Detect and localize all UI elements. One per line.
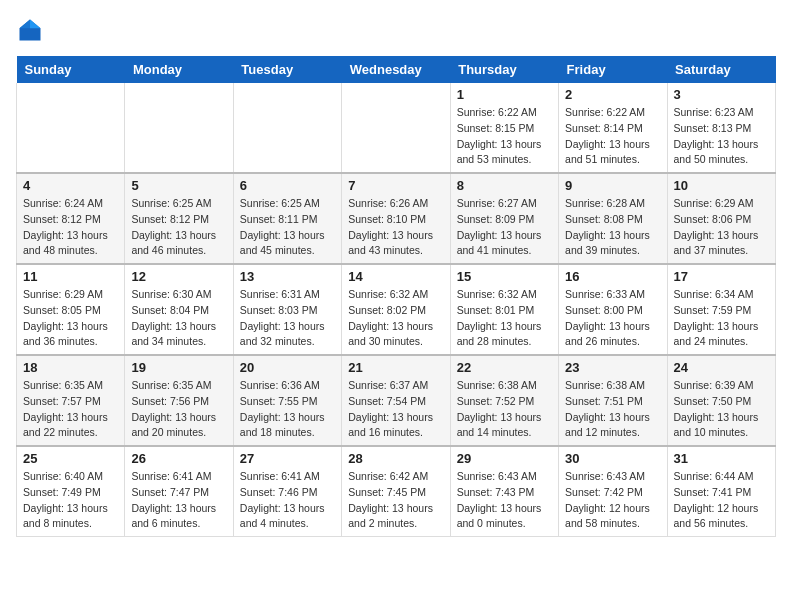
weekday-header-friday: Friday xyxy=(559,56,667,83)
day-number: 16 xyxy=(565,269,660,284)
day-cell: 22Sunrise: 6:38 AMSunset: 7:52 PMDayligh… xyxy=(450,355,558,446)
day-number: 28 xyxy=(348,451,443,466)
logo xyxy=(16,16,48,44)
day-info: Sunrise: 6:32 AMSunset: 8:01 PMDaylight:… xyxy=(457,287,552,350)
day-number: 21 xyxy=(348,360,443,375)
day-number: 20 xyxy=(240,360,335,375)
day-cell: 7Sunrise: 6:26 AMSunset: 8:10 PMDaylight… xyxy=(342,173,450,264)
day-number: 3 xyxy=(674,87,769,102)
day-cell xyxy=(17,83,125,173)
day-cell: 1Sunrise: 6:22 AMSunset: 8:15 PMDaylight… xyxy=(450,83,558,173)
day-cell: 6Sunrise: 6:25 AMSunset: 8:11 PMDaylight… xyxy=(233,173,341,264)
day-info: Sunrise: 6:34 AMSunset: 7:59 PMDaylight:… xyxy=(674,287,769,350)
weekday-header-saturday: Saturday xyxy=(667,56,775,83)
day-cell: 26Sunrise: 6:41 AMSunset: 7:47 PMDayligh… xyxy=(125,446,233,537)
day-info: Sunrise: 6:38 AMSunset: 7:51 PMDaylight:… xyxy=(565,378,660,441)
day-cell: 12Sunrise: 6:30 AMSunset: 8:04 PMDayligh… xyxy=(125,264,233,355)
weekday-header-monday: Monday xyxy=(125,56,233,83)
svg-marker-2 xyxy=(20,20,31,29)
day-number: 10 xyxy=(674,178,769,193)
day-info: Sunrise: 6:44 AMSunset: 7:41 PMDaylight:… xyxy=(674,469,769,532)
day-number: 4 xyxy=(23,178,118,193)
day-number: 6 xyxy=(240,178,335,193)
day-cell: 8Sunrise: 6:27 AMSunset: 8:09 PMDaylight… xyxy=(450,173,558,264)
day-cell: 14Sunrise: 6:32 AMSunset: 8:02 PMDayligh… xyxy=(342,264,450,355)
day-number: 15 xyxy=(457,269,552,284)
day-cell: 21Sunrise: 6:37 AMSunset: 7:54 PMDayligh… xyxy=(342,355,450,446)
day-cell: 27Sunrise: 6:41 AMSunset: 7:46 PMDayligh… xyxy=(233,446,341,537)
day-info: Sunrise: 6:29 AMSunset: 8:05 PMDaylight:… xyxy=(23,287,118,350)
week-row-5: 25Sunrise: 6:40 AMSunset: 7:49 PMDayligh… xyxy=(17,446,776,537)
day-cell: 10Sunrise: 6:29 AMSunset: 8:06 PMDayligh… xyxy=(667,173,775,264)
day-number: 17 xyxy=(674,269,769,284)
week-row-2: 4Sunrise: 6:24 AMSunset: 8:12 PMDaylight… xyxy=(17,173,776,264)
day-cell: 9Sunrise: 6:28 AMSunset: 8:08 PMDaylight… xyxy=(559,173,667,264)
calendar-table: SundayMondayTuesdayWednesdayThursdayFrid… xyxy=(16,56,776,537)
week-row-3: 11Sunrise: 6:29 AMSunset: 8:05 PMDayligh… xyxy=(17,264,776,355)
day-info: Sunrise: 6:35 AMSunset: 7:56 PMDaylight:… xyxy=(131,378,226,441)
day-number: 29 xyxy=(457,451,552,466)
day-number: 25 xyxy=(23,451,118,466)
day-cell: 23Sunrise: 6:38 AMSunset: 7:51 PMDayligh… xyxy=(559,355,667,446)
day-info: Sunrise: 6:31 AMSunset: 8:03 PMDaylight:… xyxy=(240,287,335,350)
day-info: Sunrise: 6:37 AMSunset: 7:54 PMDaylight:… xyxy=(348,378,443,441)
day-info: Sunrise: 6:22 AMSunset: 8:15 PMDaylight:… xyxy=(457,105,552,168)
day-info: Sunrise: 6:29 AMSunset: 8:06 PMDaylight:… xyxy=(674,196,769,259)
logo-icon xyxy=(16,16,44,44)
day-info: Sunrise: 6:27 AMSunset: 8:09 PMDaylight:… xyxy=(457,196,552,259)
calendar-header: SundayMondayTuesdayWednesdayThursdayFrid… xyxy=(17,56,776,83)
day-cell: 5Sunrise: 6:25 AMSunset: 8:12 PMDaylight… xyxy=(125,173,233,264)
week-row-4: 18Sunrise: 6:35 AMSunset: 7:57 PMDayligh… xyxy=(17,355,776,446)
day-cell: 24Sunrise: 6:39 AMSunset: 7:50 PMDayligh… xyxy=(667,355,775,446)
day-number: 31 xyxy=(674,451,769,466)
weekday-header-tuesday: Tuesday xyxy=(233,56,341,83)
day-cell: 28Sunrise: 6:42 AMSunset: 7:45 PMDayligh… xyxy=(342,446,450,537)
day-number: 30 xyxy=(565,451,660,466)
day-cell: 19Sunrise: 6:35 AMSunset: 7:56 PMDayligh… xyxy=(125,355,233,446)
weekday-header-thursday: Thursday xyxy=(450,56,558,83)
day-cell: 13Sunrise: 6:31 AMSunset: 8:03 PMDayligh… xyxy=(233,264,341,355)
day-info: Sunrise: 6:41 AMSunset: 7:46 PMDaylight:… xyxy=(240,469,335,532)
day-info: Sunrise: 6:36 AMSunset: 7:55 PMDaylight:… xyxy=(240,378,335,441)
day-info: Sunrise: 6:43 AMSunset: 7:43 PMDaylight:… xyxy=(457,469,552,532)
day-info: Sunrise: 6:30 AMSunset: 8:04 PMDaylight:… xyxy=(131,287,226,350)
day-cell xyxy=(342,83,450,173)
day-info: Sunrise: 6:28 AMSunset: 8:08 PMDaylight:… xyxy=(565,196,660,259)
page-header xyxy=(16,16,776,44)
day-number: 18 xyxy=(23,360,118,375)
day-info: Sunrise: 6:43 AMSunset: 7:42 PMDaylight:… xyxy=(565,469,660,532)
header-row: SundayMondayTuesdayWednesdayThursdayFrid… xyxy=(17,56,776,83)
day-cell: 31Sunrise: 6:44 AMSunset: 7:41 PMDayligh… xyxy=(667,446,775,537)
day-number: 5 xyxy=(131,178,226,193)
day-info: Sunrise: 6:35 AMSunset: 7:57 PMDaylight:… xyxy=(23,378,118,441)
day-info: Sunrise: 6:32 AMSunset: 8:02 PMDaylight:… xyxy=(348,287,443,350)
day-number: 7 xyxy=(348,178,443,193)
day-cell: 18Sunrise: 6:35 AMSunset: 7:57 PMDayligh… xyxy=(17,355,125,446)
day-info: Sunrise: 6:33 AMSunset: 8:00 PMDaylight:… xyxy=(565,287,660,350)
day-number: 22 xyxy=(457,360,552,375)
day-cell: 15Sunrise: 6:32 AMSunset: 8:01 PMDayligh… xyxy=(450,264,558,355)
day-cell: 30Sunrise: 6:43 AMSunset: 7:42 PMDayligh… xyxy=(559,446,667,537)
day-number: 12 xyxy=(131,269,226,284)
day-cell: 16Sunrise: 6:33 AMSunset: 8:00 PMDayligh… xyxy=(559,264,667,355)
day-cell: 3Sunrise: 6:23 AMSunset: 8:13 PMDaylight… xyxy=(667,83,775,173)
day-cell: 4Sunrise: 6:24 AMSunset: 8:12 PMDaylight… xyxy=(17,173,125,264)
day-info: Sunrise: 6:42 AMSunset: 7:45 PMDaylight:… xyxy=(348,469,443,532)
day-cell xyxy=(233,83,341,173)
day-number: 23 xyxy=(565,360,660,375)
day-cell: 20Sunrise: 6:36 AMSunset: 7:55 PMDayligh… xyxy=(233,355,341,446)
svg-marker-1 xyxy=(30,20,41,29)
day-cell: 29Sunrise: 6:43 AMSunset: 7:43 PMDayligh… xyxy=(450,446,558,537)
day-info: Sunrise: 6:24 AMSunset: 8:12 PMDaylight:… xyxy=(23,196,118,259)
day-number: 19 xyxy=(131,360,226,375)
week-row-1: 1Sunrise: 6:22 AMSunset: 8:15 PMDaylight… xyxy=(17,83,776,173)
day-info: Sunrise: 6:38 AMSunset: 7:52 PMDaylight:… xyxy=(457,378,552,441)
day-info: Sunrise: 6:23 AMSunset: 8:13 PMDaylight:… xyxy=(674,105,769,168)
day-cell: 2Sunrise: 6:22 AMSunset: 8:14 PMDaylight… xyxy=(559,83,667,173)
day-number: 26 xyxy=(131,451,226,466)
day-cell: 25Sunrise: 6:40 AMSunset: 7:49 PMDayligh… xyxy=(17,446,125,537)
day-cell xyxy=(125,83,233,173)
calendar-body: 1Sunrise: 6:22 AMSunset: 8:15 PMDaylight… xyxy=(17,83,776,537)
day-info: Sunrise: 6:25 AMSunset: 8:11 PMDaylight:… xyxy=(240,196,335,259)
weekday-header-wednesday: Wednesday xyxy=(342,56,450,83)
